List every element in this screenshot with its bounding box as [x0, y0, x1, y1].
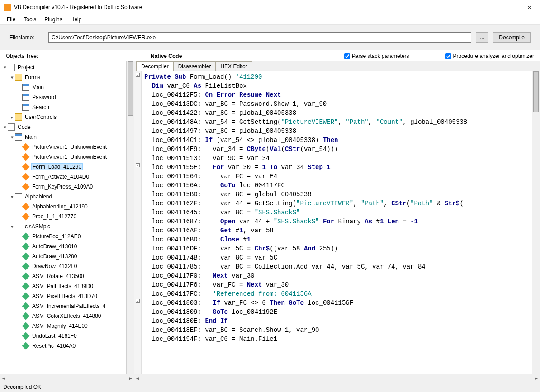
native-code-label: Native Code: [151, 53, 182, 59]
maximize-button[interactable]: □: [498, 0, 519, 14]
menu-help[interactable]: Help: [67, 15, 85, 24]
tree-label: Form_Activate_4104D0: [31, 174, 90, 180]
fold-icon[interactable]: -: [136, 163, 140, 167]
tree-proc-item[interactable]: ASM_Rotate_413500: [0, 271, 134, 281]
tab-hex-editor[interactable]: HEX Editor: [215, 61, 252, 71]
tree-form-item[interactable]: Password: [0, 92, 134, 102]
mid-header: Objects Tree: Native Code Parse stack pa…: [0, 50, 540, 61]
tree-proc-item[interactable]: AutoDraw_413010: [0, 241, 134, 251]
browse-button[interactable]: ...: [476, 32, 488, 43]
tree-forms[interactable]: ▾Forms: [0, 72, 134, 82]
tree-proc-item[interactable]: Form_Activate_4104D0: [0, 172, 134, 182]
tree-label: Main: [31, 84, 45, 90]
expander-icon[interactable]: ▾: [9, 75, 15, 80]
tree-label: ResetPic_4164A0: [31, 343, 76, 349]
parse-stack-input[interactable]: [344, 53, 350, 59]
tree-proc-item[interactable]: Form_KeyPress_4109A0: [0, 182, 134, 192]
tree-form-item[interactable]: Main: [0, 82, 134, 92]
tree-proc-item[interactable]: PictureBox_412AE0: [0, 231, 134, 241]
objects-tree-label: Objects Tree:: [6, 53, 133, 59]
tree-usercontrols[interactable]: ▸UserControls: [0, 112, 134, 122]
tree-code[interactable]: ▾Code: [0, 122, 134, 132]
tree-label: ASM_Rotate_413500: [31, 273, 85, 279]
box-icon: [8, 64, 15, 71]
tree-proc-item[interactable]: ASM_Magnify_414E00: [0, 321, 134, 331]
proc-green-icon: [22, 233, 30, 241]
proc-green-icon: [22, 302, 30, 310]
tree-clsasmpic[interactable]: ▾clsASMpic: [0, 222, 134, 231]
expander-icon[interactable]: ▸: [9, 114, 15, 120]
tree-proc-item[interactable]: PictureViever1_UnknownEvent: [0, 152, 134, 162]
tab-decompiler[interactable]: Decompiler: [136, 61, 174, 71]
expander-icon[interactable]: ▾: [9, 224, 15, 230]
tree-proc-item[interactable]: DrawNow_4132F0: [0, 261, 134, 271]
tree-proc-item[interactable]: ResetPic_4164A0: [0, 341, 134, 351]
proc-analyzer-label: Procedure analyzer and optimizer: [453, 53, 534, 59]
tree-label: Proc_1_1_412770: [31, 213, 77, 220]
filename-input[interactable]: [48, 32, 471, 43]
proc-icon: [22, 143, 30, 151]
folder-icon: [15, 113, 22, 121]
tree-proc-item[interactable]: ASM_PixelEffects_413D70: [0, 291, 134, 301]
folder-icon: [15, 74, 22, 81]
tree-form-item[interactable]: Search: [0, 102, 134, 112]
tree-proc-item[interactable]: ASM_IncrementalPalEffects_4: [0, 301, 134, 311]
expander-icon[interactable]: ▾: [9, 194, 15, 200]
expander-icon[interactable]: ▾: [9, 134, 15, 140]
menu-plugins[interactable]: Plugins: [41, 15, 66, 24]
minimize-button[interactable]: ―: [477, 0, 498, 14]
tree-label: AutoDraw_413280: [31, 253, 78, 260]
tree-scroll[interactable]: ▾Project▾FormsMainPasswordSearch▸UserCon…: [0, 61, 134, 374]
tree-proc-item[interactable]: Form_Load_411290: [0, 162, 134, 172]
form-icon: [22, 94, 29, 101]
proc-analyzer-checkbox[interactable]: Procedure analyzer and optimizer: [445, 53, 534, 59]
expander-icon[interactable]: ▾: [2, 65, 8, 71]
code-hscrollbar[interactable]: ◄►: [134, 374, 540, 382]
tree-proc-item[interactable]: ASM_ColorXEffects_414880: [0, 311, 134, 321]
form-icon: [15, 133, 22, 141]
code-gutter: - - -: [134, 71, 142, 374]
filename-label: FileName:: [9, 34, 44, 41]
menu-file[interactable]: File: [3, 15, 19, 24]
tree-panel: ▾Project▾FormsMainPasswordSearch▸UserCon…: [0, 61, 134, 382]
tree-project[interactable]: ▾Project: [0, 62, 134, 72]
proc-analyzer-input[interactable]: [445, 53, 451, 59]
tree-label: UndoLast_4161F0: [31, 333, 78, 339]
tree-label: ASM_Magnify_414E00: [31, 323, 89, 329]
tree-label: Project: [17, 64, 35, 71]
tree-proc-item[interactable]: AutoDraw_413280: [0, 251, 134, 261]
main-split: ▾Project▾FormsMainPasswordSearch▸UserCon…: [0, 61, 540, 382]
tree-main[interactable]: ▾Main: [0, 132, 134, 142]
parse-stack-checkbox[interactable]: Parse stack parameters: [344, 53, 409, 59]
proc-icon: [22, 153, 30, 161]
status-text: Decompiled OK: [3, 384, 41, 390]
proc-green-icon: [22, 312, 30, 320]
tree-proc-item[interactable]: Alphablending_412190: [0, 202, 134, 212]
proc-icon: [22, 203, 30, 211]
close-button[interactable]: ✕: [519, 0, 540, 14]
tree-label: Form_KeyPress_4109A0: [31, 184, 94, 190]
parse-stack-label: Parse stack parameters: [352, 53, 409, 59]
tree-vscrollbar[interactable]: [126, 61, 134, 374]
tree-label: Main: [24, 134, 38, 140]
tree-proc-item[interactable]: PictureViever1_UnknownEvent: [0, 142, 134, 152]
tree-label: ASM_PalEffects_4139D0: [31, 283, 94, 289]
fold-icon[interactable]: -: [136, 299, 140, 303]
tree-label: Alphablend: [24, 194, 53, 200]
tree-proc-item[interactable]: ASM_PalEffects_4139D0: [0, 281, 134, 291]
tab-disassembler[interactable]: Disassembler: [173, 61, 216, 71]
menu-tools[interactable]: Tools: [20, 15, 40, 24]
tree-hscrollbar[interactable]: ◄►: [0, 374, 134, 382]
decompile-button[interactable]: Decompile: [493, 32, 531, 43]
proc-green-icon: [22, 273, 30, 280]
tree: ▾Project▾FormsMainPasswordSearch▸UserCon…: [0, 61, 134, 352]
window-title: VB Decompiler v10.4 - Registered to DotF…: [14, 4, 477, 10]
code-text[interactable]: Private Sub Form_Load() '411290 Dim var_…: [142, 71, 532, 374]
code-vscrollbar[interactable]: [532, 71, 540, 374]
tree-proc-item[interactable]: Proc_1_1_412770: [0, 212, 134, 222]
tree-alphablend[interactable]: ▾Alphablend: [0, 192, 134, 202]
tree-proc-item[interactable]: UndoLast_4161F0: [0, 331, 134, 341]
fold-icon[interactable]: -: [136, 73, 140, 77]
form-icon: [22, 104, 29, 111]
expander-icon[interactable]: ▾: [2, 124, 8, 130]
